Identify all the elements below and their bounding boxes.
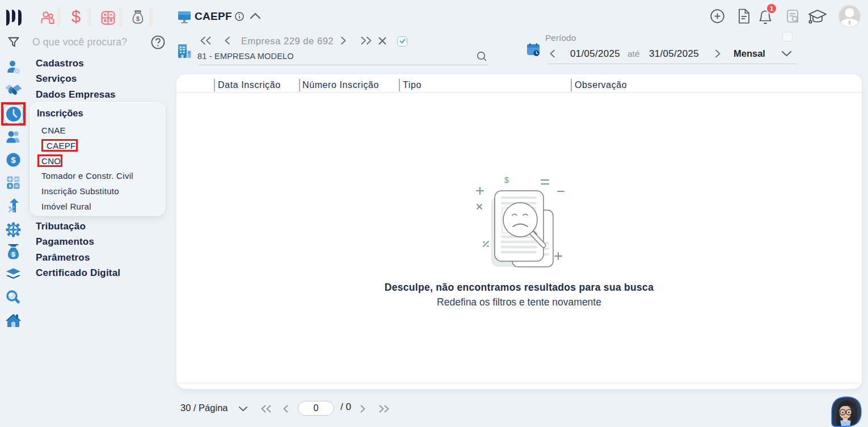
svg-text:$: $ [136, 15, 140, 22]
svg-text:$: $ [504, 175, 509, 185]
svg-text:$: $ [11, 155, 16, 165]
svg-text:$: $ [12, 251, 15, 258]
